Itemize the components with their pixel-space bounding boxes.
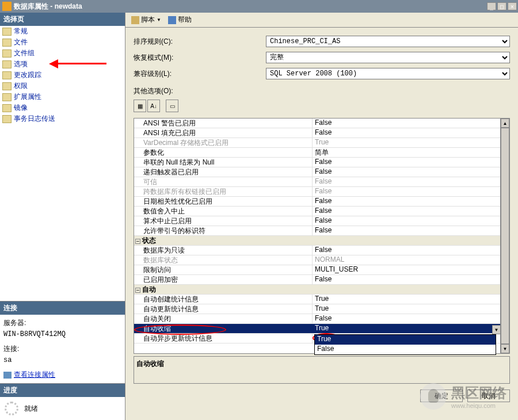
grid-row[interactable]: 可信False: [134, 177, 500, 187]
grid-row[interactable]: 允许带引号的标识符False: [134, 226, 500, 236]
script-button[interactable]: 脚本 ▼: [129, 14, 163, 26]
prop-name: 日期相关性优化已启用: [134, 197, 313, 206]
ok-button[interactable]: 确定: [420, 390, 463, 402]
categorized-button[interactable]: ▦: [134, 100, 146, 112]
dropdown-option[interactable]: False: [315, 345, 496, 354]
prop-value[interactable]: True: [313, 304, 500, 314]
prop-value[interactable]: True: [313, 295, 500, 304]
scroll-up-icon[interactable]: ▲: [501, 119, 509, 128]
grid-row[interactable]: 参数化简单: [134, 148, 500, 158]
chevron-down-icon: ▼: [157, 17, 161, 22]
progress-header: 进度: [0, 384, 125, 397]
help-icon: [168, 16, 176, 24]
grid-row[interactable]: 限制访问MULTI_USER: [134, 265, 500, 275]
grid-row[interactable]: 日期相关性优化已启用False: [134, 197, 500, 207]
page-icon: [2, 28, 12, 36]
prop-value[interactable]: False: [313, 128, 500, 138]
prop-value[interactable]: False: [313, 187, 500, 196]
sidebar-item-label: 镜像: [14, 103, 28, 113]
titlebar: 数据库属性 - newdata _ □ ×: [0, 0, 518, 13]
prop-name: 允许带引号的标识符: [134, 226, 313, 235]
collapse-icon[interactable]: −: [135, 239, 140, 244]
sidebar: 选择页 常规文件文件组选项更改跟踪权限扩展属性镜像事务日志传送 连接 服务器: …: [0, 13, 125, 420]
grid-row[interactable]: 串联的 Null 结果为 NullFalse: [134, 158, 500, 167]
grid-row[interactable]: 自动创建统计信息True: [134, 295, 500, 304]
grid-row[interactable]: ANSI 警告已启用False: [134, 119, 500, 128]
help-button[interactable]: 帮助: [166, 14, 194, 26]
recovery-label: 恢复模式(M):: [134, 53, 266, 63]
scroll-down-icon[interactable]: ▼: [501, 344, 509, 353]
grid-row[interactable]: VarDecimal 存储格式已启用True: [134, 138, 500, 148]
grid-row[interactable]: 数据库为只读False: [134, 246, 500, 255]
cancel-button[interactable]: 取消: [467, 390, 510, 402]
prop-name: 数据库为只读: [134, 246, 313, 255]
maximize-button[interactable]: □: [497, 2, 506, 10]
prop-value[interactable]: False: [313, 275, 500, 284]
grid-scrollbar[interactable]: ▲ ▼: [500, 119, 509, 353]
prop-value[interactable]: 简单: [313, 148, 500, 157]
view-connection-link[interactable]: 查看连接属性: [3, 370, 121, 380]
properties-button[interactable]: ▭: [166, 100, 178, 112]
sidebar-item-8[interactable]: 事务日志传送: [0, 113, 125, 124]
prop-value[interactable]: MULTI_USER: [313, 265, 500, 274]
grid-row[interactable]: 自动收缩True: [134, 324, 500, 334]
grid-row[interactable]: 数据库状态NORMAL: [134, 255, 500, 265]
recovery-select[interactable]: 完整: [266, 52, 510, 63]
script-icon: [131, 16, 139, 24]
prop-name: ANSI 警告已启用: [134, 119, 313, 128]
grid-category[interactable]: −状态: [134, 236, 500, 246]
sidebar-item-label: 权限: [14, 81, 28, 91]
other-options-label: 其他选项(O):: [134, 84, 510, 100]
sidebar-item-0[interactable]: 常规: [0, 26, 125, 37]
sidebar-item-6[interactable]: 扩展属性: [0, 91, 125, 102]
help-label: 帮助: [178, 15, 192, 25]
grid-row[interactable]: 跨数据库所有权链接已启用False: [134, 187, 500, 197]
sidebar-item-4[interactable]: 更改跟踪: [0, 70, 125, 81]
prop-value[interactable]: False: [313, 246, 500, 255]
prop-value[interactable]: False: [313, 167, 500, 177]
prop-value[interactable]: False: [313, 119, 500, 128]
close-button[interactable]: ×: [508, 2, 517, 10]
page-icon: [2, 49, 12, 58]
alphabetical-button[interactable]: A↓: [147, 100, 160, 112]
grid-row[interactable]: 数值舍入中止False: [134, 207, 500, 216]
grid-row[interactable]: 递归触发器已启用False: [134, 167, 500, 177]
grid-row[interactable]: 算术中止已启用False: [134, 216, 500, 226]
sidebar-item-5[interactable]: 权限: [0, 81, 125, 91]
prop-value[interactable]: False: [313, 216, 500, 226]
prop-value[interactable]: False: [313, 177, 500, 186]
minimize-button[interactable]: _: [487, 2, 496, 10]
prop-value[interactable]: False: [313, 207, 500, 216]
sidebar-item-2[interactable]: 文件组: [0, 48, 125, 59]
dropdown-toggle[interactable]: ▼: [492, 325, 501, 334]
collapse-icon[interactable]: −: [135, 288, 140, 293]
prop-value[interactable]: False: [313, 158, 500, 167]
conn-label: 连接:: [3, 344, 121, 354]
prop-name: 已启用加密: [134, 275, 313, 284]
prop-value[interactable]: True: [313, 324, 500, 333]
collation-select[interactable]: Chinese_PRC_CI_AS: [266, 36, 510, 47]
property-description: 自动收缩: [134, 356, 510, 384]
conn-value: sa: [3, 356, 121, 364]
grid-row[interactable]: 自动关闭False: [134, 314, 500, 324]
grid-row[interactable]: ANSI 填充已启用False: [134, 128, 500, 138]
prop-value[interactable]: False: [313, 197, 500, 206]
prop-value[interactable]: False: [313, 314, 500, 323]
grid-category[interactable]: −自动: [134, 285, 500, 295]
prop-name: 参数化: [134, 148, 313, 157]
toolbar: 脚本 ▼ 帮助: [125, 13, 518, 28]
prop-value[interactable]: True: [313, 138, 500, 147]
compat-select[interactable]: SQL Server 2008 (100): [266, 68, 510, 79]
sidebar-item-1[interactable]: 文件: [0, 37, 125, 48]
page-icon: [2, 60, 12, 68]
grid-row[interactable]: 自动更新统计信息True: [134, 304, 500, 314]
grid-row[interactable]: 已启用加密False: [134, 275, 500, 285]
scroll-thumb[interactable]: [501, 128, 509, 344]
sidebar-item-label: 文件: [14, 37, 28, 47]
prop-value[interactable]: NORMAL: [313, 255, 500, 265]
dropdown-option[interactable]: True: [315, 335, 496, 345]
sidebar-item-3[interactable]: 选项: [0, 59, 125, 70]
sidebar-item-7[interactable]: 镜像: [0, 102, 125, 113]
prop-name: 数值舍入中止: [134, 207, 313, 216]
prop-value[interactable]: False: [313, 226, 500, 235]
